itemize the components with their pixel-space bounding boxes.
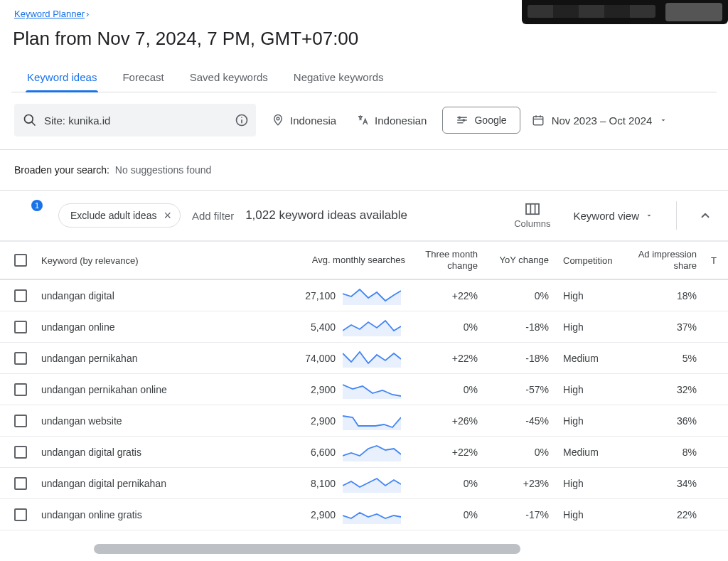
cell-competition: High bbox=[556, 384, 633, 395]
breadcrumb-link[interactable]: Keyword Planner bbox=[14, 9, 85, 19]
date-range-selector[interactable]: Nov 2023 – Oct 2024 bbox=[532, 114, 668, 127]
tab-saved-keywords[interactable]: Saved keywords bbox=[188, 63, 269, 92]
keyword-text: undangan online bbox=[41, 321, 115, 333]
row-checkbox[interactable] bbox=[14, 352, 27, 365]
keyword-planner-page: Keyword Planner› Plan from Nov 7, 2024, … bbox=[0, 0, 728, 561]
cell-keyword: undangan website bbox=[41, 415, 297, 427]
cell-keyword: undangan pernikahan online bbox=[41, 384, 297, 395]
row-checkbox-cell bbox=[0, 508, 41, 521]
columns-icon bbox=[525, 203, 540, 215]
chevron-down-icon bbox=[645, 211, 653, 220]
columns-button[interactable]: Columns bbox=[508, 203, 556, 229]
col-competition[interactable]: Competition bbox=[556, 242, 633, 279]
cell-ad-share: 34% bbox=[633, 478, 704, 489]
select-all-checkbox[interactable] bbox=[14, 254, 27, 267]
svg-point-9 bbox=[459, 117, 461, 118]
row-checkbox-cell bbox=[0, 477, 41, 490]
row-checkbox-cell bbox=[0, 446, 41, 459]
cell-competition: Medium bbox=[556, 447, 633, 458]
network-selector[interactable]: Google bbox=[442, 107, 520, 134]
search-icon bbox=[23, 113, 37, 127]
cell-ad-share: 32% bbox=[633, 384, 704, 395]
competition-value: High bbox=[563, 321, 584, 333]
competition-value: High bbox=[563, 384, 584, 395]
row-checkbox[interactable] bbox=[14, 415, 27, 427]
tab-forecast[interactable]: Forecast bbox=[121, 63, 165, 92]
keyword-text: undangan online gratis bbox=[41, 509, 142, 520]
sparkline-icon bbox=[343, 474, 401, 493]
cell-ad-share: 8% bbox=[633, 447, 704, 458]
competition-value: High bbox=[563, 415, 584, 427]
tmc-value: +22% bbox=[412, 353, 478, 364]
tab-keyword-ideas[interactable]: Keyword ideas bbox=[26, 63, 98, 92]
cell-ad-share: 18% bbox=[633, 290, 704, 301]
share-value: 8% bbox=[633, 447, 697, 458]
site-search-box[interactable]: Site: kunika.id bbox=[14, 104, 256, 137]
table-header: Keyword (by relevance) Avg. monthly sear… bbox=[0, 242, 728, 280]
row-checkbox[interactable] bbox=[14, 289, 27, 302]
chip-label: Exclude adult ideas bbox=[70, 210, 156, 221]
cell-three-month-change: 0% bbox=[412, 321, 485, 333]
location-label: Indonesia bbox=[290, 114, 336, 127]
svg-line-1 bbox=[32, 122, 36, 126]
filter-chip-exclude-adult[interactable]: Exclude adult ideas × bbox=[58, 203, 181, 228]
row-checkbox[interactable] bbox=[14, 446, 27, 459]
horizontal-scrollbar[interactable] bbox=[94, 544, 520, 554]
keyword-text: undangan pernikahan bbox=[41, 353, 137, 364]
cell-competition: High bbox=[556, 415, 633, 427]
row-checkbox[interactable] bbox=[14, 321, 27, 333]
searches-value: 2,900 bbox=[299, 415, 336, 427]
close-icon[interactable]: × bbox=[164, 209, 171, 222]
yoy-value: -45% bbox=[485, 415, 549, 427]
yoy-value: -57% bbox=[485, 384, 549, 395]
col-yoy-change[interactable]: YoY change bbox=[485, 242, 556, 279]
available-keywords-text: 1,022 keyword ideas available bbox=[245, 208, 407, 223]
table-row: undangan pernikahan online2,9000%-57%Hig… bbox=[0, 374, 728, 405]
col-keyword[interactable]: Keyword (by relevance) bbox=[41, 242, 297, 279]
cell-yoy-change: -57% bbox=[485, 384, 556, 395]
cell-searches: 6,600 bbox=[297, 443, 412, 461]
cell-searches: 2,900 bbox=[297, 380, 412, 399]
expand-button[interactable] bbox=[694, 204, 717, 227]
share-value: 5% bbox=[633, 353, 697, 364]
sparkline-icon bbox=[343, 443, 401, 461]
keyword-view-dropdown[interactable]: Keyword view bbox=[567, 210, 659, 222]
col-searches[interactable]: Avg. monthly searches bbox=[297, 242, 412, 279]
row-checkbox-cell bbox=[0, 383, 41, 396]
yoy-value: +23% bbox=[485, 478, 549, 489]
cell-competition: High bbox=[556, 321, 633, 333]
col-three-month-change[interactable]: Three month change bbox=[412, 242, 485, 279]
cell-competition: High bbox=[556, 509, 633, 520]
tmc-value: 0% bbox=[412, 478, 478, 489]
add-filter-button[interactable]: Add filter bbox=[192, 210, 234, 222]
cell-three-month-change: 0% bbox=[412, 478, 485, 489]
tab-negative-keywords[interactable]: Negative keywords bbox=[292, 63, 385, 92]
keyword-text: undangan digital gratis bbox=[41, 447, 141, 458]
share-value: 36% bbox=[633, 415, 697, 427]
row-checkbox[interactable] bbox=[14, 477, 27, 490]
row-checkbox[interactable] bbox=[14, 383, 27, 396]
location-selector[interactable]: Indonesia bbox=[267, 114, 341, 127]
searches-value: 6,600 bbox=[299, 447, 336, 458]
keyword-text: undangan pernikahan online bbox=[41, 384, 167, 395]
calendar-icon bbox=[532, 114, 545, 127]
cell-competition: High bbox=[556, 290, 633, 301]
sparkline-icon bbox=[343, 412, 401, 430]
tmc-value: +22% bbox=[412, 447, 478, 458]
cell-three-month-change: +22% bbox=[412, 290, 485, 301]
filter-button[interactable]: 1 bbox=[11, 201, 47, 230]
cell-searches: 2,900 bbox=[297, 506, 412, 524]
cell-keyword: undangan digital bbox=[41, 290, 297, 301]
col-ad-impression-share[interactable]: Ad impression share bbox=[633, 242, 704, 279]
cell-keyword: undangan digital gratis bbox=[41, 447, 297, 458]
cell-three-month-change: 0% bbox=[412, 509, 485, 520]
cell-keyword: undangan online gratis bbox=[41, 509, 297, 520]
view-label: Keyword view bbox=[573, 210, 639, 222]
row-checkbox[interactable] bbox=[14, 508, 27, 521]
searches-value: 5,400 bbox=[299, 321, 336, 333]
col-extra[interactable]: T bbox=[704, 242, 728, 279]
language-selector[interactable]: Indonesian bbox=[352, 114, 431, 127]
info-icon[interactable] bbox=[235, 113, 249, 127]
cell-yoy-change: -18% bbox=[485, 321, 556, 333]
yoy-value: -18% bbox=[485, 321, 549, 333]
